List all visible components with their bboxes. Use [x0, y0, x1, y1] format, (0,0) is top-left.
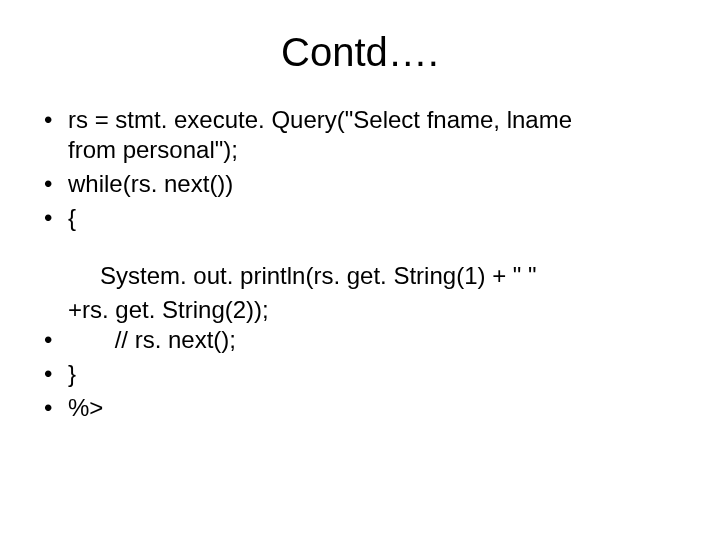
- slide-title: Contd….: [40, 30, 680, 75]
- list-item: %>: [40, 393, 680, 423]
- bullet-list-2: // rs. next(); } %>: [40, 325, 680, 423]
- code-line: }: [68, 360, 76, 387]
- bullet-list: rs = stmt. execute. Query("Select fname,…: [40, 105, 680, 233]
- code-line: %>: [68, 394, 103, 421]
- code-line: while(rs. next()): [68, 170, 233, 197]
- code-line: // rs. next();: [68, 326, 236, 353]
- slide: Contd…. rs = stmt. execute. Query("Selec…: [0, 0, 720, 540]
- code-line: +rs. get. String(2));: [68, 296, 269, 323]
- list-item: {: [40, 203, 680, 233]
- code-line: {: [68, 204, 76, 231]
- list-item: }: [40, 359, 680, 389]
- code-line: rs = stmt. execute. Query("Select fname,…: [68, 106, 572, 133]
- indented-code-cont: +rs. get. String(2));: [40, 295, 680, 325]
- slide-body: rs = stmt. execute. Query("Select fname,…: [40, 105, 680, 423]
- indented-code: System. out. println(rs. get. String(1) …: [40, 261, 680, 291]
- code-line: System. out. println(rs. get. String(1) …: [100, 262, 537, 289]
- list-item: while(rs. next()): [40, 169, 680, 199]
- list-item: rs = stmt. execute. Query("Select fname,…: [40, 105, 680, 165]
- list-item: // rs. next();: [40, 325, 680, 355]
- code-line: from personal");: [68, 136, 238, 163]
